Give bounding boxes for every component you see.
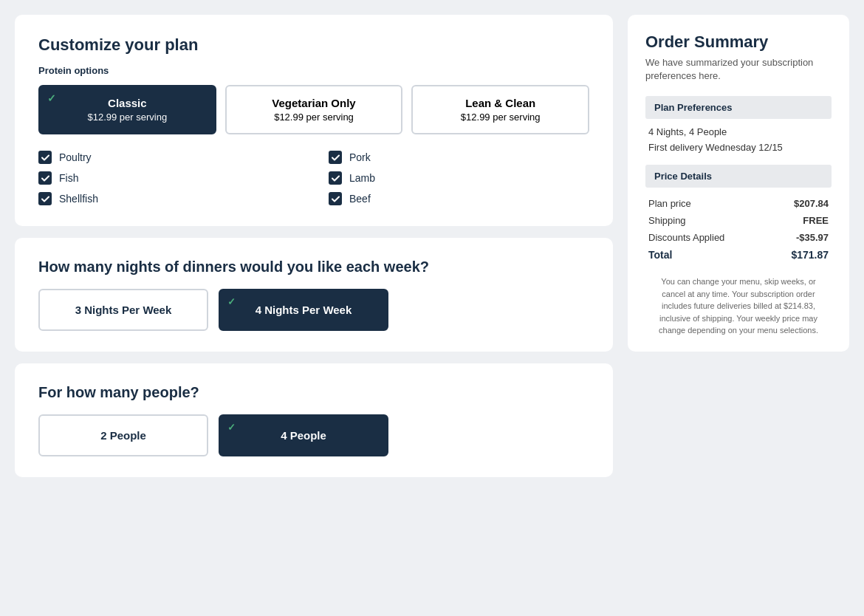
people-question: For how many people?	[38, 384, 589, 401]
price-row-total-value: $171.87	[791, 249, 829, 261]
checkbox-beef-box	[329, 192, 342, 205]
checkbox-shellfish-label: Shellfish	[59, 193, 98, 205]
checkbox-pork-box	[329, 151, 342, 164]
people-option-2[interactable]: 2 People	[38, 414, 208, 456]
price-row-plan: Plan price $207.84	[645, 195, 832, 212]
checkbox-beef[interactable]: Beef	[329, 192, 589, 205]
order-summary-subtitle: We have summarized your subscription pre…	[645, 56, 832, 83]
checkbox-poultry[interactable]: Poultry	[38, 151, 299, 164]
nights-card: How many nights of dinners would you lik…	[15, 238, 613, 352]
people-options-row: 2 People ✓ 4 People	[38, 414, 589, 456]
nights-option-3[interactable]: 3 Nights Per Week	[38, 289, 208, 331]
customize-card: Customize your plan Protein options ✓ Cl…	[15, 15, 613, 226]
protein-items-grid: Poultry Pork Fish	[38, 151, 589, 205]
sidebar: Order Summary We have summarized your su…	[628, 15, 849, 352]
plan-preferences-header: Plan Preferences	[645, 96, 832, 119]
price-details-section: Price Details Plan price $207.84 Shippin…	[645, 165, 832, 264]
check-icon-people: ✓	[227, 422, 236, 433]
protein-option-lean-price: $12.99 per serving	[420, 112, 580, 123]
checkbox-lamb[interactable]: Lamb	[329, 171, 589, 185]
checkbox-shellfish-box	[38, 192, 52, 205]
protein-option-vegetarian[interactable]: Vegetarian Only $12.99 per serving	[225, 85, 403, 134]
people-option-4[interactable]: ✓ 4 People	[219, 414, 388, 456]
protein-option-vegetarian-name: Vegetarian Only	[234, 97, 394, 109]
price-row-plan-value: $207.84	[794, 198, 829, 209]
people-option-4-label: 4 People	[281, 429, 326, 442]
checkbox-pork[interactable]: Pork	[329, 151, 589, 164]
plan-preferences-section: Plan Preferences 4 Nights, 4 People Firs…	[645, 96, 832, 153]
price-row-shipping: Shipping FREE	[645, 212, 832, 229]
checkbox-lamb-box	[329, 171, 342, 185]
price-row-discounts-label: Discounts Applied	[648, 232, 724, 243]
nights-option-4[interactable]: ✓ 4 Nights Per Week	[219, 289, 388, 331]
price-row-discounts: Discounts Applied -$35.97	[645, 229, 832, 246]
order-summary-disclaimer: You can change your menu, skip weeks, or…	[645, 276, 832, 337]
customize-title: Customize your plan	[38, 35, 589, 55]
people-option-2-label: 2 People	[100, 429, 146, 442]
nights-option-4-label: 4 Nights Per Week	[256, 304, 352, 316]
protein-option-lean-name: Lean & Clean	[420, 97, 580, 109]
price-row-discounts-value: -$35.97	[796, 232, 829, 243]
price-row-total-label: Total	[648, 249, 672, 261]
protein-options-row: ✓ Classic $12.99 per serving Vegetarian …	[38, 85, 589, 134]
checkbox-fish[interactable]: Fish	[38, 171, 299, 185]
protein-option-vegetarian-price: $12.99 per serving	[234, 112, 394, 123]
price-row-shipping-label: Shipping	[648, 215, 686, 226]
checkbox-pork-label: Pork	[349, 151, 371, 163]
protein-option-classic[interactable]: ✓ Classic $12.99 per serving	[38, 85, 216, 134]
check-icon-nights: ✓	[227, 296, 236, 307]
nights-option-3-label: 3 Nights Per Week	[75, 304, 172, 316]
checkbox-shellfish[interactable]: Shellfish	[38, 192, 299, 205]
plan-detail: 4 Nights, 4 People	[645, 126, 832, 137]
checkbox-poultry-label: Poultry	[59, 151, 92, 163]
checkbox-beef-label: Beef	[349, 193, 371, 205]
check-icon: ✓	[47, 92, 56, 104]
price-row-shipping-value: FREE	[803, 215, 829, 226]
order-summary-title: Order Summary	[645, 32, 832, 52]
checkbox-lamb-label: Lamb	[349, 172, 375, 184]
price-details-header: Price Details	[645, 165, 832, 188]
protein-section-label: Protein options	[38, 65, 589, 76]
checkbox-fish-label: Fish	[59, 172, 78, 184]
main-content: Customize your plan Protein options ✓ Cl…	[15, 15, 613, 477]
checkbox-fish-box	[38, 171, 52, 185]
people-card: For how many people? 2 People ✓ 4 People	[15, 363, 613, 477]
nights-question: How many nights of dinners would you lik…	[38, 259, 589, 276]
order-summary-card: Order Summary We have summarized your su…	[628, 15, 849, 352]
protein-option-classic-price: $12.99 per serving	[47, 112, 208, 123]
protein-option-lean[interactable]: Lean & Clean $12.99 per serving	[411, 85, 589, 134]
price-row-plan-label: Plan price	[648, 198, 691, 209]
first-delivery: First delivery Wednesday 12/15	[645, 142, 832, 153]
nights-options-row: 3 Nights Per Week ✓ 4 Nights Per Week	[38, 289, 589, 331]
protein-option-classic-name: Classic	[47, 97, 208, 109]
price-row-total: Total $171.87	[645, 246, 832, 264]
checkbox-poultry-box	[38, 151, 52, 164]
